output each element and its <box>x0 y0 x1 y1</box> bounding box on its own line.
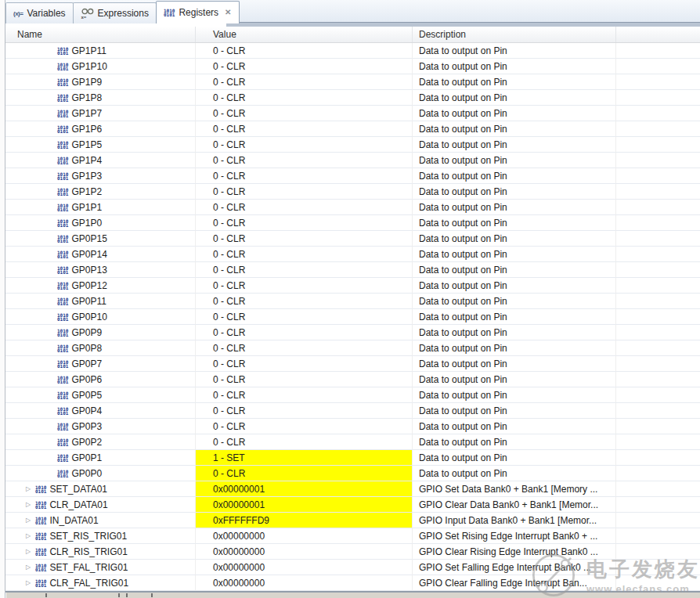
table-row[interactable]: 10100101GP1P70 - CLRData to output on Pi… <box>5 106 700 121</box>
register-value-cell[interactable]: 1 - SET <box>196 450 413 466</box>
register-name-cell: ▷10100101IN_DATA01 <box>5 513 196 528</box>
tab-variables[interactable]: (x)= Variables <box>5 2 74 23</box>
table-row[interactable]: 10100101GP0P100 - CLRData to output on P… <box>5 309 700 325</box>
tab-registers[interactable]: 1010 0101 Registers ✕ <box>156 1 240 23</box>
column-header-description[interactable]: Description <box>413 27 616 42</box>
register-value-cell[interactable]: 0 - CLR <box>196 372 413 387</box>
register-value-cell[interactable]: 0x00000000 <box>196 575 413 591</box>
row-spacer <box>616 184 700 200</box>
table-row[interactable]: ▷10100101CLR_FAL_TRIG010x00000000GPIO Cl… <box>5 575 700 591</box>
expander-icon[interactable]: ▷ <box>26 517 35 524</box>
register-name: IN_DATA01 <box>49 515 98 526</box>
variables-icon: (x)= <box>13 10 23 17</box>
register-value-cell[interactable]: 0 - CLR <box>196 434 413 450</box>
register-value-cell[interactable]: 0 - CLR <box>196 200 413 215</box>
register-value-cell[interactable]: 0 - CLR <box>196 231 413 247</box>
table-row[interactable]: 10100101GP1P90 - CLRData to output on Pi… <box>5 74 700 90</box>
register-description-cell: GPIO Clear Rising Edge Interrupt Bank0 .… <box>413 544 616 560</box>
row-spacer <box>616 294 700 309</box>
register-value-cell[interactable]: 0 - CLR <box>196 168 413 184</box>
table-row[interactable]: 10100101GP1P100 - CLRData to output on P… <box>5 59 700 74</box>
table-row[interactable]: 10100101GP0P90 - CLRData to output on Pi… <box>5 325 700 340</box>
register-value-cell[interactable]: 0 - CLR <box>196 419 413 434</box>
column-header-value[interactable]: Value <box>196 27 413 42</box>
register-value-cell[interactable]: 0 - CLR <box>196 356 413 372</box>
tab-expressions[interactable]: x= Expressions <box>73 2 157 23</box>
bottom-sash[interactable] <box>6 593 700 598</box>
register-icon-line: 0101 <box>35 552 46 556</box>
table-row[interactable]: 10100101GP0P150 - CLRData to output on P… <box>5 231 700 247</box>
close-icon[interactable]: ✕ <box>225 9 231 16</box>
table-row[interactable]: ▷10100101IN_DATA010xFFFFFFD9GPIO Input D… <box>5 513 700 528</box>
table-row[interactable]: 10100101GP0P40 - CLRData to output on Pi… <box>5 403 700 419</box>
table-row[interactable]: 10100101GP1P110 - CLRData to output on P… <box>5 43 700 59</box>
register-value-cell[interactable]: 0 - CLR <box>196 121 413 137</box>
register-value-cell[interactable]: 0 - CLR <box>196 387 413 403</box>
register-value-cell[interactable]: 0x00000001 <box>196 481 413 497</box>
register-value-cell[interactable]: 0x00000000 <box>196 544 413 560</box>
register-value-cell[interactable]: 0 - CLR <box>196 106 413 121</box>
register-value-cell[interactable]: 0 - CLR <box>196 247 413 262</box>
expander-icon[interactable]: ▷ <box>26 485 35 492</box>
table-row[interactable]: 10100101GP0P130 - CLRData to output on P… <box>5 262 700 278</box>
register-value-cell[interactable]: 0 - CLR <box>196 153 413 168</box>
register-icon: 10100101 <box>35 548 46 556</box>
table-row[interactable]: 10100101GP1P60 - CLRData to output on Pi… <box>5 121 700 137</box>
register-value-cell[interactable]: 0 - CLR <box>196 325 413 340</box>
expander-icon[interactable]: ▷ <box>26 548 35 555</box>
table-row[interactable]: ▷10100101SET_DATA010x00000001GPIO Set Da… <box>5 481 700 497</box>
table-row[interactable]: 10100101GP0P140 - CLRData to output on P… <box>5 247 700 262</box>
register-value-cell[interactable]: 0x00000000 <box>196 528 413 544</box>
register-description-cell: Data to output on Pin <box>413 466 616 481</box>
register-value-cell[interactable]: 0 - CLR <box>196 59 413 74</box>
table-row[interactable]: 10100101GP0P50 - CLRData to output on Pi… <box>5 387 700 403</box>
row-spacer <box>616 153 700 168</box>
register-name: GP0P15 <box>71 233 106 244</box>
register-value-cell[interactable]: 0xFFFFFFD9 <box>196 513 413 528</box>
table-row[interactable]: 10100101GP0P11 - SETData to output on Pi… <box>5 450 700 466</box>
table-row[interactable]: ▷10100101SET_FAL_TRIG010x00000000GPIO Se… <box>5 560 700 575</box>
register-value-cell[interactable]: 0 - CLR <box>196 215 413 231</box>
table-row[interactable]: ▷10100101CLR_RIS_TRIG010x00000000GPIO Cl… <box>5 544 700 560</box>
register-value-cell[interactable]: 0 - CLR <box>196 90 413 106</box>
table-row[interactable]: 10100101GP1P30 - CLRData to output on Pi… <box>5 168 700 184</box>
table-row[interactable]: 10100101GP1P20 - CLRData to output on Pi… <box>5 184 700 200</box>
table-row[interactable]: 10100101GP1P50 - CLRData to output on Pi… <box>5 137 700 153</box>
register-value-cell[interactable]: 0 - CLR <box>196 43 413 59</box>
register-value-cell[interactable]: 0 - CLR <box>196 340 413 356</box>
register-value-cell[interactable]: 0 - CLR <box>196 137 413 153</box>
register-name-cell: 10100101GP0P14 <box>5 247 196 262</box>
table-row[interactable]: ▷10100101SET_RIS_TRIG010x00000000GPIO Se… <box>5 528 700 544</box>
register-value-cell[interactable]: 0 - CLR <box>196 403 413 419</box>
tab-label: Variables <box>27 8 65 19</box>
register-value-cell[interactable]: 0x00000001 <box>196 497 413 513</box>
table-row[interactable]: 10100101GP0P110 - CLRData to output on P… <box>5 294 700 309</box>
table-row[interactable]: 10100101GP0P30 - CLRData to output on Pi… <box>5 419 700 434</box>
register-value-cell[interactable]: 0 - CLR <box>196 466 413 481</box>
table-row[interactable]: 10100101GP0P70 - CLRData to output on Pi… <box>5 356 700 372</box>
table-row[interactable]: 10100101GP0P60 - CLRData to output on Pi… <box>5 372 700 387</box>
table-row[interactable]: 10100101GP1P10 - CLRData to output on Pi… <box>5 200 700 215</box>
register-value-cell[interactable]: 0 - CLR <box>196 74 413 90</box>
register-value-cell[interactable]: 0 - CLR <box>196 294 413 309</box>
register-value-cell[interactable]: 0 - CLR <box>196 278 413 294</box>
expander-icon[interactable]: ▷ <box>26 564 35 571</box>
table-row[interactable]: 10100101GP0P00 - CLRData to output on Pi… <box>5 466 700 481</box>
table-row[interactable]: 10100101GP1P00 - CLRData to output on Pi… <box>5 215 700 231</box>
register-value-cell[interactable]: 0 - CLR <box>196 184 413 200</box>
expander-icon[interactable]: ▷ <box>26 579 35 586</box>
register-value-cell[interactable]: 0x00000000 <box>196 560 413 575</box>
register-value-cell[interactable]: 0 - CLR <box>196 309 413 325</box>
row-spacer <box>616 372 700 387</box>
table-row[interactable]: 10100101GP0P120 - CLRData to output on P… <box>5 278 700 294</box>
expander-icon[interactable]: ▷ <box>26 501 35 508</box>
table-row[interactable]: ▷10100101CLR_DATA010x00000001GPIO Clear … <box>5 497 700 513</box>
register-name-cell: 10100101GP0P9 <box>5 325 196 340</box>
table-row[interactable]: 10100101GP0P80 - CLRData to output on Pi… <box>5 340 700 356</box>
expander-icon[interactable]: ▷ <box>26 532 35 539</box>
table-row[interactable]: 10100101GP1P40 - CLRData to output on Pi… <box>5 153 700 168</box>
column-header-name[interactable]: Name <box>5 27 196 42</box>
table-row[interactable]: 10100101GP1P80 - CLRData to output on Pi… <box>5 90 700 106</box>
table-row[interactable]: 10100101GP0P20 - CLRData to output on Pi… <box>5 434 700 450</box>
register-value-cell[interactable]: 0 - CLR <box>196 262 413 278</box>
